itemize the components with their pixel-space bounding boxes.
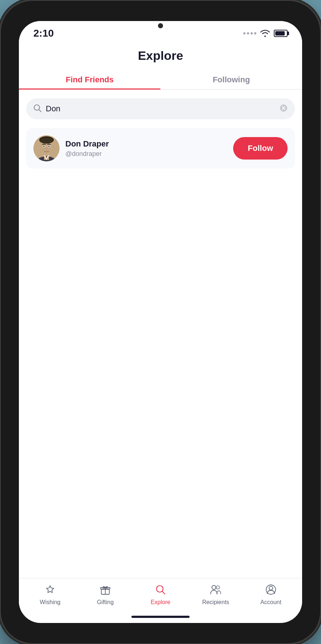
nav-item-explore[interactable]: Explore [142, 584, 179, 606]
svg-point-26 [212, 586, 216, 590]
account-icon [265, 584, 276, 597]
wishing-label: Wishing [40, 599, 61, 606]
svg-point-19 [38, 145, 41, 149]
wifi-icon [260, 30, 270, 37]
camera-area [146, 21, 175, 30]
main-content: Don Draper @dondraper Follow [19, 90, 302, 578]
signal-dots [243, 32, 256, 34]
battery-fill [275, 31, 285, 36]
nav-item-account[interactable]: Account [253, 584, 289, 606]
gifting-label: Gifting [97, 599, 114, 606]
tabs: Find Friends Following [19, 70, 302, 90]
avatar [33, 135, 60, 161]
app-content: Explore Find Friends Following [19, 43, 302, 623]
user-card: Don Draper @dondraper Follow [26, 128, 295, 169]
explore-icon [155, 584, 166, 597]
svg-point-18 [49, 146, 49, 146]
tab-following[interactable]: Following [160, 70, 302, 90]
svg-point-15 [43, 145, 45, 147]
page-title: Explore [19, 49, 302, 63]
user-handle: @dondraper [65, 150, 227, 158]
svg-line-1 [39, 110, 41, 112]
follow-button[interactable]: Follow [233, 137, 288, 160]
search-icon [33, 104, 41, 113]
nav-item-recipients[interactable]: Recipients [198, 584, 234, 606]
svg-point-12 [40, 137, 53, 143]
svg-point-29 [269, 586, 273, 590]
svg-point-27 [216, 586, 220, 589]
avatar-image [33, 135, 60, 161]
bottom-nav: Wishing Gifting [19, 578, 302, 613]
status-icons [243, 30, 288, 37]
svg-point-17 [44, 146, 44, 146]
phone-frame: 2:10 [0, 0, 321, 644]
svg-point-20 [53, 145, 55, 149]
screen: 2:10 [19, 21, 302, 623]
user-info: Don Draper @dondraper [65, 139, 227, 158]
gifting-icon [100, 584, 111, 597]
header: Explore Find Friends Following [19, 43, 302, 90]
explore-label: Explore [151, 599, 170, 606]
nav-item-wishing[interactable]: Wishing [32, 584, 68, 606]
nav-item-gifting[interactable]: Gifting [87, 584, 123, 606]
search-clear-button[interactable] [280, 104, 288, 113]
svg-line-25 [162, 591, 165, 594]
recipients-icon [210, 584, 222, 597]
home-indicator [131, 616, 190, 618]
account-label: Account [260, 599, 281, 606]
signal-dot-4 [254, 32, 256, 34]
camera-dot [158, 23, 163, 28]
search-container [26, 98, 295, 119]
battery-icon [274, 30, 288, 37]
recipients-label: Recipients [202, 599, 229, 606]
wishing-icon [45, 584, 56, 597]
search-input[interactable] [46, 104, 275, 113]
user-name: Don Draper [65, 139, 227, 149]
signal-dot-1 [243, 32, 245, 34]
signal-dot-3 [251, 32, 253, 34]
svg-point-16 [48, 145, 50, 147]
tab-find-friends[interactable]: Find Friends [19, 70, 160, 90]
signal-dot-2 [247, 32, 249, 34]
status-time: 2:10 [33, 28, 54, 39]
